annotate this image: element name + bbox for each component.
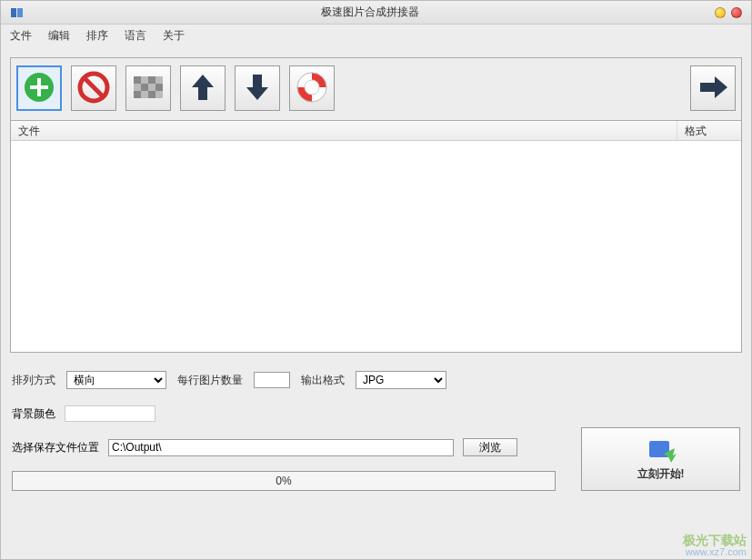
window-controls	[715, 7, 742, 18]
proceed-button[interactable]	[690, 65, 736, 111]
file-list-header: 文件 格式	[11, 121, 741, 141]
watermark-line1: 极光下载站	[683, 535, 747, 546]
progress-bar: 0%	[12, 471, 556, 491]
start-button[interactable]: 立刻开始!	[581, 427, 740, 491]
help-button[interactable]	[289, 65, 335, 111]
start-icon	[646, 437, 677, 465]
titlebar: 极速图片合成拼接器	[1, 1, 751, 25]
svg-rect-12	[134, 91, 141, 98]
output-format-select[interactable]: JPG	[356, 371, 446, 389]
watermark-line2: www.xz7.com	[683, 546, 747, 558]
savepath-input[interactable]	[108, 439, 454, 456]
bgcolor-label: 背景颜色	[12, 406, 55, 422]
watermark: 极光下载站 www.xz7.com	[683, 535, 747, 558]
arrow-up-icon	[186, 71, 219, 106]
window-title: 极速图片合成拼接器	[25, 5, 715, 20]
menu-about[interactable]: 关于	[163, 28, 185, 44]
svg-rect-4	[30, 85, 48, 89]
svg-rect-13	[148, 91, 155, 98]
remove-button[interactable]	[71, 65, 116, 111]
start-button-label: 立刻开始!	[637, 466, 685, 482]
svg-rect-1	[17, 8, 23, 17]
file-list-body[interactable]	[11, 141, 741, 352]
close-button[interactable]	[731, 7, 742, 18]
arrangement-select[interactable]: 横向	[66, 371, 166, 389]
forbidden-icon	[77, 71, 110, 106]
svg-line-6	[85, 78, 103, 96]
lifebuoy-icon	[296, 71, 328, 106]
svg-rect-11	[155, 84, 163, 91]
arrow-down-icon	[241, 71, 274, 106]
menu-language[interactable]: 语言	[125, 28, 146, 44]
output-format-label: 输出格式	[301, 373, 345, 388]
checker-icon	[132, 71, 165, 106]
svg-rect-9	[148, 76, 155, 84]
menu-edit[interactable]: 编辑	[48, 28, 70, 44]
add-button[interactable]	[16, 65, 62, 111]
bgcolor-swatch[interactable]	[65, 405, 155, 422]
svg-rect-8	[134, 76, 141, 84]
menu-sort[interactable]: 排序	[86, 28, 108, 44]
options-row: 排列方式 横向 每行图片数量 输出格式 JPG	[12, 371, 740, 389]
add-icon	[23, 71, 55, 106]
file-list: 文件 格式	[10, 121, 742, 353]
move-up-button[interactable]	[180, 65, 226, 111]
browse-button[interactable]: 浏览	[463, 438, 517, 456]
arrow-right-icon	[697, 71, 729, 106]
app-icon	[10, 5, 25, 20]
clear-button[interactable]	[125, 65, 171, 111]
svg-rect-10	[141, 84, 148, 91]
bottom-row: 0% 立刻开始!	[12, 464, 740, 491]
menubar: 文件 编辑 排序 语言 关于	[1, 25, 751, 46]
minimize-button[interactable]	[715, 7, 726, 18]
savepath-label: 选择保存文件位置	[12, 440, 99, 455]
svg-rect-0	[11, 8, 16, 17]
column-format[interactable]: 格式	[677, 121, 741, 140]
per-row-input[interactable]	[254, 372, 290, 388]
move-down-button[interactable]	[235, 65, 280, 111]
menu-file[interactable]: 文件	[10, 28, 32, 44]
toolbar	[10, 57, 742, 121]
bgcolor-row: 背景颜色	[12, 405, 740, 422]
per-row-label: 每行图片数量	[177, 373, 243, 388]
column-file[interactable]: 文件	[11, 121, 677, 140]
arrangement-label: 排列方式	[12, 373, 55, 388]
svg-point-15	[305, 80, 319, 95]
progress-text: 0%	[276, 475, 291, 487]
